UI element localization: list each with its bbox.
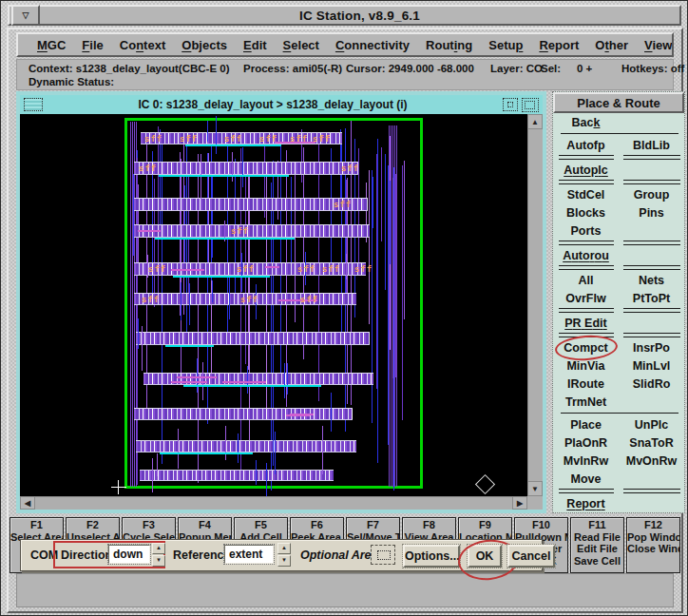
ok-button-label: OK [476, 549, 494, 563]
stepper-down-icon[interactable]: ▼ [152, 555, 165, 567]
layout-canvas[interactable]: sffsffsffsffsffsffsffsffsffsffsffsffsffs… [20, 114, 527, 496]
minimize-icon[interactable] [503, 98, 518, 111]
palette-button-mvinrw[interactable]: MvInRw [553, 454, 619, 468]
net-line [284, 363, 285, 398]
status-hotkeys: Hotkeys: off [621, 63, 684, 74]
palette-button-ports[interactable]: Ports [553, 224, 619, 238]
palette-button-minvia[interactable]: MinVia [553, 359, 619, 373]
cell-label-sff: sff [180, 134, 198, 144]
magenta-accent [171, 381, 207, 383]
cell-row [136, 332, 370, 345]
area-select-icon[interactable] [371, 545, 395, 565]
menu-item-mgc[interactable]: MGC [37, 38, 66, 52]
palette-row: Report [553, 494, 684, 512]
menu-item-context[interactable]: Context [120, 38, 165, 52]
reference-select[interactable]: extent [224, 545, 274, 564]
layout-window-menu-icon[interactable] [24, 98, 43, 111]
maximize-icon[interactable] [522, 98, 539, 112]
scroll-up-icon[interactable]: ▲ [527, 114, 543, 129]
menu-item-setup[interactable]: Setup [488, 38, 523, 52]
direction-stepper[interactable]: ▲ ▼ [152, 543, 165, 567]
palette-button-ovrflw[interactable]: OvrFlw [553, 292, 619, 305]
palette-button-report[interactable]: Report [553, 497, 619, 510]
palette-separator [553, 332, 684, 338]
palette-button-pins[interactable]: Pins [619, 206, 684, 220]
menu-item-routing[interactable]: Routing [426, 38, 472, 52]
palette-row: Back [553, 113, 684, 131]
menu-item-select[interactable]: Select [283, 38, 319, 52]
cell-label-sff: sff [334, 200, 352, 209]
scroll-left-icon[interactable]: ◀ [20, 496, 35, 510]
palette-button-insrpo[interactable]: InsrPo [619, 341, 684, 355]
menu-item-other[interactable]: Other [595, 38, 628, 52]
palette-button-snator[interactable]: SnaToR [619, 436, 684, 450]
palette-separator [553, 488, 684, 494]
cell-label-sff: sff [354, 264, 373, 274]
menu-item-edit[interactable]: Edit [243, 38, 267, 52]
cell-label-sff: sff [237, 264, 255, 274]
stepper-up-icon[interactable]: ▲ [277, 543, 291, 554]
palette-button-stdcel[interactable]: StdCel [553, 188, 619, 202]
net-line [242, 147, 243, 186]
net-line [286, 150, 287, 407]
net-line [247, 366, 248, 394]
vertical-scroll-trough[interactable] [527, 129, 543, 481]
palette-button-pr-edit[interactable]: PR Edit [553, 317, 619, 330]
net-line [238, 433, 239, 463]
palette-button-compct[interactable]: Compct [553, 341, 619, 355]
palette-button-autorou[interactable]: Autorou [553, 249, 619, 262]
horizontal-scroll-trough[interactable] [35, 496, 512, 510]
palette-button-trmnet[interactable]: TrmNet [553, 395, 619, 409]
menu-item-objects[interactable]: Objects [182, 38, 227, 52]
net-line [142, 326, 143, 371]
net-line [393, 167, 394, 491]
app-titlebar[interactable]: ▽ IC Station, v8.9_6.1 [8, 5, 681, 26]
cell-label-sff: sff [144, 134, 162, 144]
palette-button-move[interactable]: Move [553, 472, 619, 486]
palette-button-blocks[interactable]: Blocks [553, 206, 619, 220]
palette-button-unplc[interactable]: UnPlc [619, 418, 684, 432]
cancel-button[interactable]: Cancel [507, 545, 555, 568]
reference-stepper[interactable]: ▲ ▼ [277, 543, 291, 567]
menu-item-file[interactable]: File [82, 38, 103, 52]
palette-button-minlvl[interactable]: MinLvl [619, 359, 684, 373]
scroll-right-icon[interactable]: ▶ [512, 496, 527, 510]
palette-button-pttopt[interactable]: PtToPt [619, 292, 684, 305]
palette-row: Move [553, 470, 684, 488]
palette-button-group[interactable]: Group [619, 188, 684, 202]
optional-area-label: Optional Area [300, 549, 378, 562]
stepper-up-icon[interactable]: ▲ [152, 543, 165, 554]
menu-item-view[interactable]: View [644, 38, 672, 52]
net-line [291, 177, 292, 269]
palette-button-autoplc[interactable]: Autoplc [553, 164, 619, 177]
stepper-down-icon[interactable]: ▼ [277, 555, 291, 567]
palette-button-mvonrw[interactable]: MvOnRw [619, 454, 684, 468]
palette-button-bldlib[interactable]: BldLib [619, 139, 684, 152]
palette-button-back[interactable]: Back [553, 116, 619, 129]
layout-window-titlebar[interactable]: IC 0: s1238_delay_layout > s1238_delay_l… [20, 95, 543, 114]
net-line [160, 129, 161, 236]
vertical-scrollbar[interactable]: ▲ ▼ [527, 114, 543, 496]
palette-button-slidro[interactable]: SlidRo [619, 377, 684, 391]
ok-button[interactable]: OK [468, 545, 502, 568]
menu-item-connectivity[interactable]: Connectivity [335, 38, 410, 52]
scroll-down-icon[interactable]: ▼ [527, 481, 543, 496]
status-sel-label: Sel: [541, 63, 561, 74]
palette-button-autofp[interactable]: Autofp [553, 139, 619, 152]
cyan-accent [159, 175, 290, 177]
net-line [404, 161, 405, 318]
horizontal-scrollbar[interactable]: ◀ ▶ [20, 496, 527, 510]
menu-item-report[interactable]: Report [539, 38, 579, 52]
window-menu-icon[interactable]: ▽ [11, 5, 40, 26]
direction-select[interactable]: down [108, 545, 150, 564]
palette-button-iroute[interactable]: IRoute [553, 377, 619, 391]
palette-button-plaonr[interactable]: PlaOnR [553, 436, 619, 450]
palette-button-place[interactable]: Place [553, 418, 619, 432]
layout-window: IC 0: s1238_delay_layout > s1238_delay_l… [16, 91, 546, 513]
palette-button-nets[interactable]: Nets [619, 274, 684, 287]
palette-row: Autoplc [553, 161, 684, 179]
palette-button-all[interactable]: All [553, 274, 619, 287]
palette-row: PlaceUnPlc [553, 415, 684, 433]
cyan-accent [173, 276, 270, 278]
options-button[interactable]: Options... [403, 545, 460, 568]
